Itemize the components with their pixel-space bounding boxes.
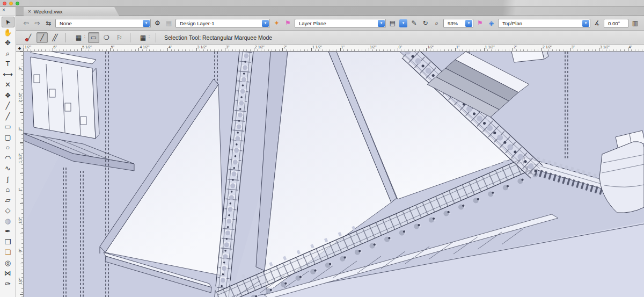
v-ruler-label: 1/2" — [18, 217, 22, 223]
h-ruler-label: 1 1/2" — [485, 45, 495, 49]
polygon-tool[interactable]: ⌂ — [2, 184, 14, 195]
separator — [65, 33, 66, 42]
zoom-dropdown-button[interactable]: ▾ — [465, 20, 472, 27]
multiple-object-mode-button[interactable]: ╱╱ — [49, 32, 61, 43]
design-layer-dropdown-button[interactable]: ▾ — [262, 20, 269, 27]
plane-dropdown[interactable]: Layer Plane ▾ — [295, 19, 386, 28]
arc-tool[interactable]: ◠ — [2, 153, 14, 164]
disable-interactive-scaling-button[interactable]: ╱ — [24, 32, 35, 43]
h-ruler-label: 3" — [571, 45, 574, 49]
zoom-tool[interactable]: ⌕ — [2, 48, 14, 59]
delete-tool[interactable]: ✕ — [2, 79, 14, 90]
mirror-tool[interactable]: ⋈ — [2, 268, 14, 279]
v-ruler-label: 2 1/2" — [18, 96, 22, 102]
h-ruler-label: 1/2" — [370, 45, 376, 49]
h-ruler-label: 5 1/2" — [82, 45, 92, 49]
h-ruler-label: 1" — [341, 45, 345, 49]
ruler-origin-marker[interactable]: ◆ — [16, 45, 24, 52]
page-icon[interactable]: ▤ — [388, 20, 397, 26]
layers-stack-icon[interactable]: ◈ — [487, 20, 496, 26]
h-ruler-label: 3" — [226, 45, 229, 49]
h-ruler-label: 2 1/2" — [543, 45, 552, 49]
h-ruler-label: 4" — [629, 45, 632, 49]
extrude-tool[interactable]: ❒ — [2, 237, 14, 248]
grid-options-icon[interactable]: ▦ — [164, 20, 173, 26]
tab-close-icon[interactable]: × — [28, 9, 31, 15]
class-dropdown-button[interactable]: ▾ — [143, 20, 150, 27]
view-dropdown-button[interactable]: ▾ — [582, 20, 589, 27]
h-ruler-label: 2 1/2" — [255, 45, 265, 49]
h-ruler-label: 1/2" — [25, 45, 31, 49]
rounded-rectangle-tool[interactable]: ▢ — [2, 132, 14, 143]
polyline-tool[interactable]: ▱ — [2, 195, 14, 206]
selection-tool[interactable]: ➤ — [2, 17, 14, 27]
spline-tool[interactable]: ʃ — [2, 174, 14, 185]
single-object-mode-button[interactable]: ╱ — [36, 32, 48, 43]
zoom-window-button[interactable] — [16, 2, 19, 5]
line-tool[interactable]: ╱ — [2, 100, 14, 111]
forward-arrow-icon[interactable]: ⇨ — [33, 20, 42, 26]
gear-icon[interactable]: ⚙ — [153, 20, 162, 26]
tab-title: Weeknd.vwx — [34, 9, 63, 15]
close-window-button[interactable] — [3, 2, 6, 5]
layer-tag-icon[interactable]: ⚑ — [283, 20, 292, 26]
zoom-level-field[interactable]: 93% ▾ — [443, 19, 473, 28]
design-layer-dropdown[interactable]: Design Layer-1 ▾ — [175, 19, 270, 28]
window-titlebar — [0, 0, 644, 7]
h-ruler-label: 5" — [111, 45, 114, 49]
minimize-window-button[interactable] — [9, 2, 13, 5]
interactive-scaling-mode-button[interactable]: ▦ : — [71, 32, 86, 43]
sphere-tool[interactable]: ◍ — [2, 216, 14, 227]
v-ruler-label: 1 1/2" — [18, 156, 22, 163]
basic-tool-palette: × ➤✋✥⌕T⟷✕❖╱╱▭▢○◠∿ʃ⌂▱◇◍✒❒❏◎⋈✑ — [0, 7, 16, 297]
h-ruler-label: 4 1/2" — [140, 45, 149, 49]
class-dropdown[interactable]: None ▾ — [55, 19, 151, 28]
freehand-tool[interactable]: ∿ — [2, 163, 14, 174]
polygon-marquee-mode-button[interactable]: ⚐ — [114, 32, 125, 43]
plane-dropdown-button[interactable]: ▾ — [378, 20, 385, 27]
horizontal-ruler[interactable]: 1/2"6"5 1/2"5"4 1/2"4"3 1/2"3"2 1/2"2"1 … — [24, 45, 644, 52]
rotation-angle-field[interactable]: 0.00° — [604, 19, 628, 28]
back-arrow-icon[interactable]: ⇦ — [21, 20, 31, 26]
drawing-canvas[interactable] — [24, 52, 644, 297]
ellipse-tool[interactable]: ○ — [2, 142, 14, 153]
regular-polygon-tool[interactable]: ◇ — [2, 205, 14, 216]
refresh-icon[interactable]: ↻ — [421, 20, 430, 26]
text-tool[interactable]: T — [2, 59, 14, 69]
rectangle-tool[interactable]: ▭ — [2, 121, 14, 132]
palette-close-icon[interactable]: × — [0, 7, 16, 16]
h-ruler-label: 2" — [514, 45, 517, 49]
selection-options-button[interactable]: ▦ : — [135, 32, 151, 43]
flyover-tool[interactable]: ✥ — [2, 38, 14, 48]
saved-views-icon[interactable]: ⇆ — [44, 20, 53, 26]
brush-tool[interactable]: ✑ — [2, 279, 14, 289]
rectangular-marquee-mode-button[interactable]: ▭ — [88, 32, 99, 43]
h-ruler-label: 4" — [169, 45, 172, 49]
orbit-tool[interactable]: ❖ — [2, 90, 14, 101]
layer-nav-icon[interactable]: ✦ — [272, 20, 281, 26]
separator — [156, 33, 156, 42]
dimension-tool[interactable]: ⟷ — [2, 69, 14, 80]
circle-center-tool[interactable]: ◎ — [2, 258, 14, 269]
h-ruler-label: 3 1/2" — [600, 45, 610, 49]
reference-icon[interactable]: ▥ — [631, 20, 640, 26]
v-ruler-label: 3" — [18, 66, 22, 72]
vertical-ruler[interactable]: 3"2 1/2"2"1 1/2"1"1/2"0"1/2" — [16, 52, 24, 297]
shapes-tool[interactable]: ❏ — [2, 247, 14, 258]
h-ruler-label: 1/2" — [427, 45, 434, 49]
pen-tool[interactable]: ✒ — [2, 226, 14, 237]
tool-status-text: Selection Tool: Rectangular Marquee Mode — [164, 34, 272, 41]
document-tab[interactable]: × Weeknd.vwx — [24, 7, 119, 16]
pan-tool[interactable]: ✋ — [2, 27, 14, 38]
pencil-icon[interactable]: ✎ — [409, 20, 419, 26]
working-plane-icon[interactable]: ⚑ — [475, 20, 485, 26]
tab-bar: × Weeknd.vwx — [0, 7, 644, 16]
red-dot-badge — [25, 38, 28, 41]
double-line-tool[interactable]: ╱ — [2, 111, 14, 122]
tool-mode-bar: ╱ ╱ ╱╱ ▦ : ▭ ❍ ⚐ ▦ : Selection Tool: Rec… — [0, 31, 644, 45]
zoom-magnifier-icon[interactable]: ⌕ — [432, 20, 441, 26]
v-ruler-label: 1" — [18, 187, 22, 193]
view-dropdown[interactable]: Top/Plan ▾ — [498, 19, 590, 28]
page-menu-button[interactable]: ▾ — [399, 19, 407, 27]
lasso-mode-button[interactable]: ❍ — [101, 32, 112, 43]
